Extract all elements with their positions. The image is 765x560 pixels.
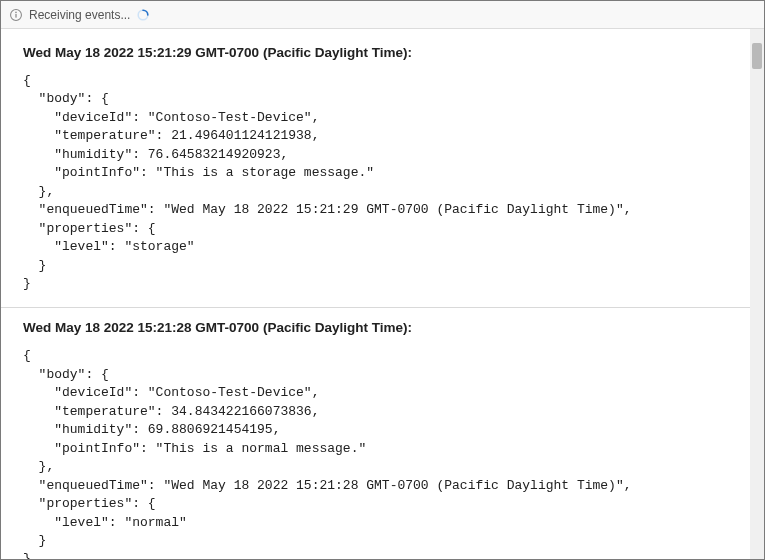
spinner-icon (136, 8, 150, 22)
event-json-body: { "body": { "deviceId": "Contoso-Test-De… (23, 72, 728, 293)
event-item: Wed May 18 2022 15:21:29 GMT-0700 (Pacif… (1, 29, 750, 307)
window-frame: Receiving events... Wed May 18 2022 15:2… (0, 0, 765, 560)
status-text: Receiving events... (29, 8, 130, 22)
scrollbar-track[interactable] (750, 29, 764, 559)
svg-rect-2 (15, 13, 16, 17)
scrollbar-thumb[interactable] (752, 43, 762, 69)
event-timestamp-header: Wed May 18 2022 15:21:29 GMT-0700 (Pacif… (23, 45, 728, 60)
content-area: Wed May 18 2022 15:21:29 GMT-0700 (Pacif… (1, 29, 764, 559)
events-list: Wed May 18 2022 15:21:29 GMT-0700 (Pacif… (1, 29, 750, 559)
event-timestamp-header: Wed May 18 2022 15:21:28 GMT-0700 (Pacif… (23, 320, 728, 335)
event-json-body: { "body": { "deviceId": "Contoso-Test-De… (23, 347, 728, 559)
svg-point-1 (15, 11, 17, 13)
status-bar: Receiving events... (1, 1, 764, 29)
event-item: Wed May 18 2022 15:21:28 GMT-0700 (Pacif… (1, 307, 750, 559)
info-icon (9, 8, 23, 22)
